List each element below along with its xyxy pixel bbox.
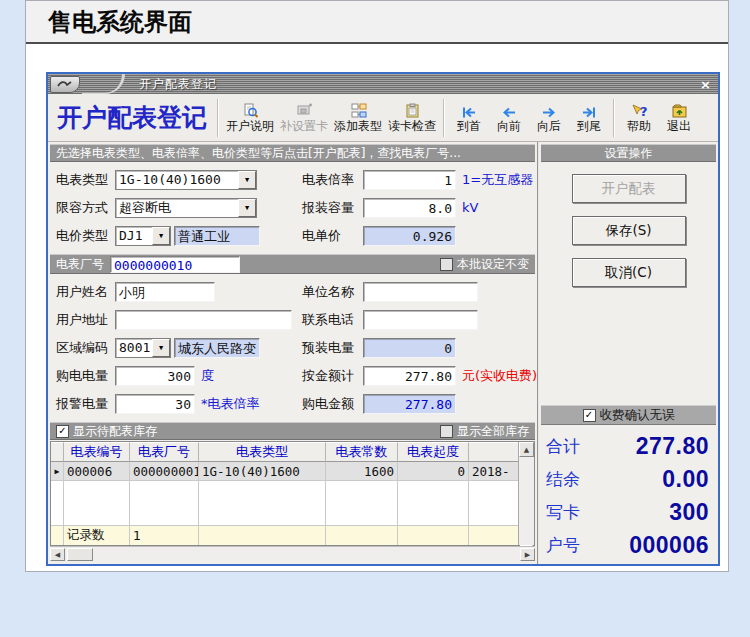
- horizontal-scroll-thumb[interactable]: [67, 548, 93, 561]
- go-first-button[interactable]: 到首: [449, 101, 489, 134]
- totals-summary: 合计 277.80 结余 0.00 写卡 300 户号: [541, 425, 716, 562]
- meter-ratio-input[interactable]: 1: [363, 170, 456, 190]
- user-name-input[interactable]: 小明: [115, 282, 215, 302]
- write-card-value: 300: [608, 499, 713, 526]
- column-header-meter-type[interactable]: 电表类型: [199, 442, 326, 462]
- limit-mode-value: 超容断电: [119, 199, 171, 217]
- add-meter-type-icon: [350, 102, 367, 119]
- go-last-button[interactable]: 到尾: [569, 101, 609, 134]
- meter-type-select[interactable]: 1G-10(40)1600 ▼: [115, 170, 257, 190]
- horizontal-scrollbar[interactable]: ◀ ▶: [50, 546, 535, 562]
- save-button[interactable]: 保存(S): [572, 216, 686, 245]
- fee-confirm-bar: ✓ 收费确认无误: [541, 405, 716, 425]
- column-header-meter-start[interactable]: 电表起度: [398, 442, 469, 462]
- limit-mode-label: 限容方式: [50, 199, 115, 217]
- price-type-select[interactable]: DJ1 ▼: [115, 226, 171, 246]
- fee-confirm-checkbox[interactable]: ✓: [583, 409, 596, 422]
- chevron-down-icon[interactable]: ▼: [238, 171, 256, 189]
- close-icon[interactable]: ×: [700, 78, 711, 91]
- purchase-amount-label: 购电金额: [302, 395, 363, 413]
- column-header-factory-no[interactable]: 电表厂号: [130, 442, 199, 462]
- user-name-label: 用户姓名: [50, 283, 115, 301]
- row-marker-icon: ▶: [51, 462, 64, 480]
- toolbar-separator: [443, 99, 445, 137]
- amount-calc-hint: 元(实收电费): [462, 367, 537, 385]
- add-meter-type-button[interactable]: 添加表型: [331, 101, 385, 134]
- read-card-check-button[interactable]: 读卡检查: [385, 101, 439, 134]
- toolbar-button-label: 向前: [497, 119, 521, 133]
- phone-label: 联系电话: [302, 311, 363, 329]
- go-previous-button[interactable]: 向前: [489, 101, 529, 134]
- titlebar-swoosh-decoration: [82, 74, 125, 94]
- show-pending-stock-checkbox[interactable]: ✓: [56, 425, 69, 438]
- toolbar-brand-title: 开户配表登记: [57, 101, 207, 134]
- preset-qty-field: 0: [363, 338, 456, 358]
- card-setup-icon: [296, 102, 313, 119]
- factory-number-label: 电表厂号: [56, 256, 104, 273]
- app-icon: [50, 76, 80, 93]
- unit-name-input[interactable]: [363, 282, 478, 302]
- batch-fixed-label: 本批设定不变: [457, 256, 529, 273]
- show-all-stock-checkbox[interactable]: [440, 425, 453, 438]
- cell-factory-no: 0000000010: [130, 462, 199, 480]
- account-meter-dialog: 开户配表登记 × 开户配表登记 开户说明 补设置卡: [46, 72, 720, 566]
- scroll-left-icon[interactable]: ◀: [50, 548, 65, 561]
- limit-mode-select[interactable]: 超容断电 ▼: [115, 198, 257, 218]
- table-row[interactable]: ▶ 000006 0000000010 1G-10(40)1600 1600 0…: [51, 462, 518, 481]
- purchase-qty-input[interactable]: 300: [115, 366, 195, 386]
- toolbar-button-label: 帮助: [627, 119, 651, 133]
- open-account-help-button[interactable]: 开户说明: [223, 101, 277, 134]
- balance-value: 0.00: [608, 466, 713, 493]
- price-type-value: DJ1: [119, 228, 142, 243]
- column-header-meter-const[interactable]: 电表常数: [326, 442, 398, 462]
- stock-filter-bar: ✓ 显示待配表库存 显示全部库存: [50, 422, 535, 440]
- help-icon: ?: [631, 102, 648, 119]
- help-button[interactable]: ? 帮助: [619, 101, 659, 134]
- cell-meter-type: 1G-10(40)1600: [199, 462, 326, 480]
- prev-arrow-icon: [501, 102, 517, 119]
- alarm-qty-hint: *电表倍率: [201, 395, 260, 413]
- cancel-button[interactable]: 取消(C): [572, 258, 686, 287]
- go-next-button[interactable]: 向后: [529, 101, 569, 134]
- toolbar-separator: [613, 99, 615, 137]
- unit-price-field: 0.926: [363, 226, 456, 246]
- chevron-down-icon[interactable]: ▼: [152, 227, 170, 245]
- price-type-label: 电价类型: [50, 227, 115, 245]
- toolbar-button-label: 开户说明: [226, 119, 274, 133]
- cell-meter-const: 1600: [326, 462, 398, 480]
- purchase-qty-unit-hint: 度: [201, 367, 214, 385]
- capacity-unit-hint: kV: [462, 200, 478, 215]
- vertical-scrollbar[interactable]: ▲ ▼: [518, 442, 534, 545]
- toolbar-button-label: 向后: [537, 119, 561, 133]
- alarm-qty-input[interactable]: 30: [115, 394, 195, 414]
- capacity-input[interactable]: 8.0: [363, 198, 456, 218]
- exit-button[interactable]: 退出: [659, 101, 699, 134]
- region-code-select[interactable]: 8001 ▼: [115, 338, 171, 358]
- exit-icon: [671, 102, 688, 119]
- toolbar-button-label: 读卡检查: [388, 119, 436, 133]
- toolbar-button-label: 到尾: [577, 119, 601, 133]
- chevron-down-icon[interactable]: ▼: [152, 339, 170, 357]
- dialog-titlebar[interactable]: 开户配表登记 ×: [48, 74, 718, 94]
- operations-panel: 设置操作 开户配表 保存(S) 取消(C) ✓ 收费确认无误 合计 277.80: [537, 142, 718, 564]
- page-title: 售电系统界面: [26, 1, 728, 44]
- chevron-down-icon[interactable]: ▼: [238, 199, 256, 217]
- toolbar-button-label: 到首: [457, 119, 481, 133]
- column-header-meter-no[interactable]: 电表编号: [64, 442, 130, 462]
- phone-input[interactable]: [363, 310, 478, 330]
- batch-fixed-checkbox[interactable]: [440, 258, 453, 271]
- capacity-label: 报装容量: [302, 199, 363, 217]
- column-header-extra[interactable]: [469, 442, 518, 462]
- factory-number-input[interactable]: 0000000010: [110, 256, 240, 273]
- record-count-value: 1: [130, 526, 199, 545]
- amount-calc-input[interactable]: 277.80: [363, 366, 456, 386]
- scroll-up-icon[interactable]: ▲: [519, 442, 534, 457]
- cell-meter-no: 000006: [64, 462, 130, 480]
- scroll-right-icon[interactable]: ▶: [520, 548, 535, 561]
- address-label: 用户地址: [50, 311, 115, 329]
- region-code-label: 区域编码: [50, 339, 115, 357]
- region-code-value: 8001: [119, 340, 150, 355]
- toolbar: 开户配表登记 开户说明 补设置卡: [48, 94, 718, 142]
- purchase-amount-field: 277.80: [363, 394, 456, 414]
- address-input[interactable]: [115, 310, 292, 330]
